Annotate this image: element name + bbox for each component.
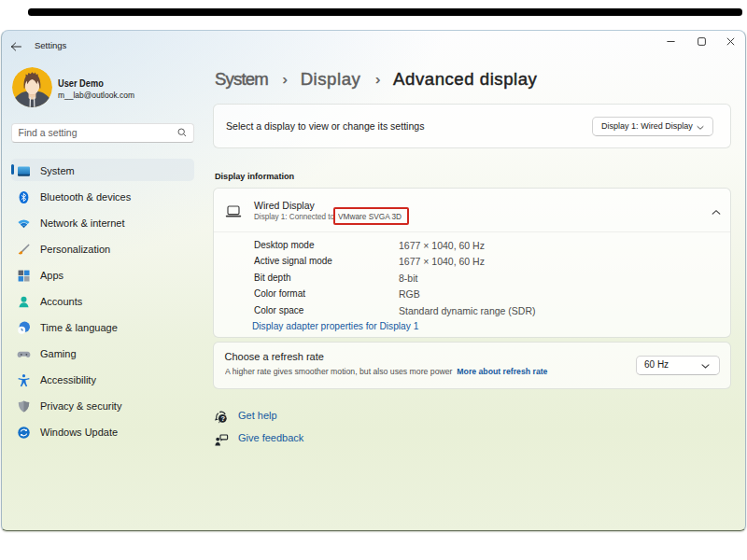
svg-text:?: ?	[221, 413, 226, 422]
